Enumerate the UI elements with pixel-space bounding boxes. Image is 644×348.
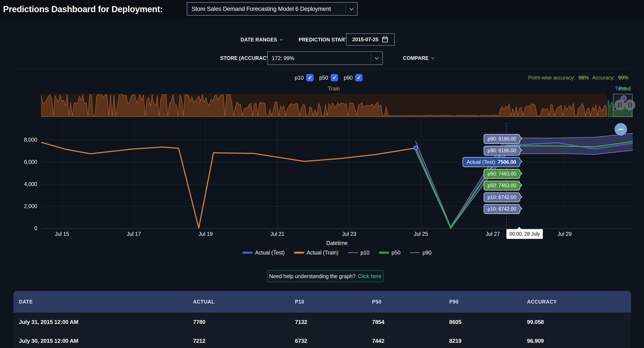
cell-p50: 7854 (372, 319, 449, 325)
predictions-table: DATE ACTUAL P10 P50 P90 ACCURACY July 31… (14, 291, 631, 348)
prediction-start-label: PREDICTION START: (298, 34, 349, 46)
legend-item[interactable]: p10 (348, 250, 370, 256)
col-p10: P10 (295, 299, 372, 305)
cell-date: July 30, 2015 12:00 AM (19, 337, 193, 344)
prediction-start-value: 2015-07-25 (352, 37, 378, 43)
x-tick-label: Jul 17 (116, 231, 151, 237)
navigator-handle-right[interactable] (624, 100, 635, 110)
date-ranges-dropdown[interactable]: DATE RANGES (240, 34, 282, 46)
navigator-handle-left[interactable] (614, 100, 625, 110)
accuracy-value: 99% (618, 75, 628, 81)
cell-actual: 7780 (193, 319, 295, 325)
compare-dropdown[interactable]: COMPARE (403, 51, 434, 65)
x-tick-label: Jul 23 (332, 231, 366, 237)
store-accuracy-label: STORE (ACCURACY): (220, 51, 273, 65)
forecast-line-chart[interactable] (41, 117, 633, 229)
tooltip-p50: p50: 7463.00 (484, 169, 520, 179)
tooltip-actual-label: Actual (Test): (466, 159, 496, 165)
minus-icon (618, 129, 624, 130)
tooltip-p10: p10: 6742.00 (484, 204, 520, 214)
section-divider (13, 69, 631, 69)
table-header: DATE ACTUAL P10 P50 P90 ACCURACY (14, 291, 631, 313)
table-row[interactable]: July 30, 2015 12:00 AM 7212 6732 7442 82… (14, 331, 631, 348)
store-accuracy-select[interactable]: 172: 99% (268, 51, 383, 65)
help-text: Need help understanding the graph? (269, 273, 356, 279)
check-icon: ✓ (357, 75, 361, 80)
cell-date: July 31, 2015 12:00 AM (19, 319, 193, 325)
legend-swatch (294, 252, 304, 254)
p10-checkbox[interactable]: ✓ (306, 74, 314, 81)
tooltip-actual-test: Actual (Test): 7506.00 (463, 157, 520, 167)
x-tick-label: Jul 15 (45, 231, 79, 237)
deployment-select[interactable]: Store Sales Demand Forecasting Model 6 D… (187, 2, 358, 16)
legend-swatch (410, 252, 420, 253)
x-tick-label: Jul 25 (404, 231, 438, 237)
p50-toggle-label: p50 (319, 75, 328, 81)
y-tick-label: 8,000 (0, 137, 37, 143)
tooltip-p90: p90: 8186.00 (484, 134, 520, 144)
legend-swatch (379, 252, 389, 254)
date-ranges-label: DATE RANGES (240, 37, 277, 43)
accuracy-metrics: Point-wise accuracy: 98% Accuracy: 99% (528, 74, 628, 82)
cell-actual: 7212 (193, 337, 295, 344)
top-bar: Predictions Dashboard for Deployment: St… (0, 0, 644, 20)
tooltip-p50: p50: 7463.00 (484, 181, 520, 191)
y-tick-label: 6,000 (0, 159, 37, 165)
legend-swatch (242, 252, 252, 254)
y-tick-label: 4,000 (0, 181, 37, 187)
cell-p90: 8219 (449, 337, 527, 344)
hover-date-tooltip: 00:00, 28 July (506, 229, 543, 239)
chevron-down-icon (280, 38, 283, 41)
x-tick-label: Jul 27 (476, 231, 510, 237)
check-icon: ✓ (308, 75, 312, 80)
legend-label: p90 (422, 250, 432, 256)
table-body: July 31, 2015 12:00 AM 7780 7132 7854 86… (14, 313, 631, 348)
legend-item[interactable]: Actual (Train) (294, 250, 338, 256)
pointwise-accuracy-label: Point-wise accuracy: (528, 75, 575, 81)
x-tick-label: Jul 29 (547, 231, 582, 237)
navigator-pred-label: Pred (619, 85, 631, 92)
chevron-down-icon[interactable] (346, 8, 357, 11)
accuracy-label: Accuracy: (592, 75, 615, 81)
col-date: DATE (19, 299, 193, 305)
compare-label: COMPARE (403, 55, 428, 61)
col-actual: ACTUAL (193, 299, 295, 305)
calendar-icon (382, 36, 388, 43)
cell-p50: 7442 (372, 337, 449, 344)
p10-toggle-label: p10 (295, 75, 304, 81)
store-accuracy-value: 172: 99% (268, 55, 371, 61)
legend-swatch (348, 252, 358, 253)
deployment-select-value: Store Sales Demand Forecasting Model 6 D… (187, 6, 346, 12)
check-icon: ✓ (332, 75, 336, 80)
help-banner: Need help understanding the graph? Click… (267, 270, 384, 282)
x-tick-label: Jul 19 (188, 231, 223, 237)
col-p90: P90 (449, 299, 527, 305)
legend-item[interactable]: p90 (410, 250, 432, 256)
x-axis-title: Datetime (41, 240, 633, 246)
y-tick-label: 2,000 (0, 203, 37, 209)
range-navigator-chart[interactable] (41, 94, 633, 117)
page-title: Predictions Dashboard for Deployment: (3, 4, 163, 14)
p50-checkbox[interactable]: ✓ (331, 74, 338, 81)
tooltip-p10: p10: 6742.00 (484, 193, 520, 202)
pointwise-accuracy-value: 98% (578, 75, 589, 81)
chart-legend: Actual (Test)Actual (Train)p10p50p90 (41, 250, 633, 256)
help-link[interactable]: Click here (358, 273, 381, 279)
col-p50: P50 (372, 299, 449, 305)
p90-checkbox[interactable]: ✓ (355, 74, 362, 81)
legend-label: p50 (392, 250, 400, 256)
navigator-train-label: Train (320, 85, 348, 92)
x-tick-label: Jul 21 (260, 231, 295, 237)
p90-toggle-label: p90 (344, 75, 352, 81)
cell-p10: 7132 (295, 319, 372, 325)
col-accuracy: ACCURACY (527, 299, 631, 305)
prediction-start-date-input[interactable]: 2015-07-25 (346, 33, 394, 46)
table-row[interactable]: July 31, 2015 12:00 AM 7780 7132 7854 86… (14, 313, 631, 331)
legend-label: Actual (Test) (255, 250, 284, 256)
legend-item[interactable]: Actual (Test) (242, 250, 284, 256)
chevron-down-icon (431, 56, 434, 59)
zoom-out-button[interactable] (614, 123, 627, 136)
chevron-down-icon[interactable] (371, 57, 382, 60)
legend-item[interactable]: p50 (379, 250, 400, 256)
cell-p90: 8605 (449, 319, 527, 325)
